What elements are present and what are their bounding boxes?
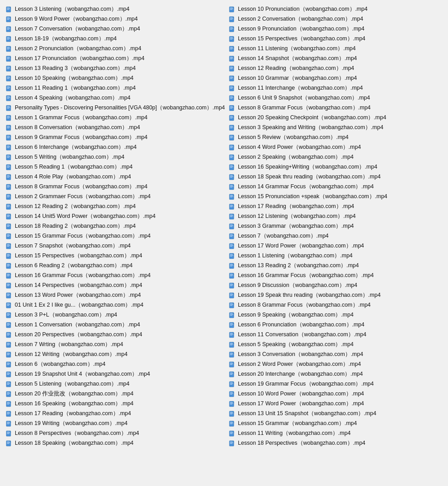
list-item[interactable]: Lesson 17 Reading（wobangzhao.com）.mp4 — [4, 409, 227, 418]
file-name: Lesson 12 Reading（wobangzhao.com）.mp4 — [238, 65, 354, 72]
list-item[interactable]: Lesson 3 Conversation（wobangzhao.com）.mp… — [227, 350, 444, 359]
list-item[interactable]: Lesson 11 Writing（wobangzhao.com）.mp4 — [227, 429, 444, 438]
list-item[interactable]: Lesson 3 Listening（wobangzhao.com）.mp4 — [4, 4, 227, 14]
list-item[interactable]: Lesson 4 Speaking（wobangzhao.com）.mp4 — [4, 93, 227, 103]
list-item[interactable]: Lesson 5 Writing（wobangzhao.com）.mp4 — [4, 152, 227, 162]
list-item[interactable]: Lesson 2 Word Power（wobangzhao.com）.mp4 — [227, 360, 444, 369]
list-item[interactable]: Lesson 12 Reading 2（wobangzhao.com）.mp4 — [4, 202, 227, 211]
list-item[interactable]: Lesson 9 Discussion（wobangzhao.com）.mp4 — [227, 281, 444, 290]
list-item[interactable]: Lesson 8 Conversation（wobangzhao.com）.mp… — [4, 123, 227, 132]
list-item[interactable]: Lesson 19 Writing（wobangzhao.com）.mp4 — [4, 419, 227, 428]
list-item[interactable]: Lesson 16 Grammar Focus（wobangzhao.com）.… — [227, 271, 444, 280]
list-item[interactable]: Lesson 17 Word Power（wobangzhao.com）.mp4 — [227, 399, 444, 408]
list-item[interactable]: Lesson 10 Grammar（wobangzhao.com）.mp4 — [227, 74, 444, 83]
list-item[interactable]: Lesson 7（wobangzhao.com）.mp4 — [227, 231, 444, 241]
list-item[interactable]: Lesson 3 Grammar（wobangzhao.com）.mp4 — [227, 221, 444, 231]
list-item[interactable]: Lesson 1 Conversation（wobangzhao.com）.mp… — [4, 320, 227, 330]
list-item[interactable]: Lesson 18-19（wobangzhao.com）.mp4 — [4, 34, 227, 43]
list-item[interactable]: Lesson 4 Word Power（wobangzhao.com）.mp4 — [227, 143, 444, 152]
list-item[interactable]: Lesson 20 作业批改（wobangzhao.com）.mp4 — [4, 389, 227, 399]
list-item[interactable]: Lesson 16 Grammar Focus（wobangzhao.com）.… — [4, 271, 227, 280]
list-item[interactable]: Lesson 1 Grammar Focus（wobangzhao.com）.m… — [4, 113, 227, 122]
list-item[interactable]: Lesson 13 Unit 15 Snapshot（wobangzhao.co… — [227, 409, 444, 418]
list-item[interactable]: Lesson 11 Reading 1（wobangzhao.com）.mp4 — [4, 83, 227, 93]
svg-rect-283 — [230, 118, 233, 118]
list-item[interactable]: Lesson 9 Word Power（wobangzhao.com）.mp4 — [4, 14, 227, 24]
list-item[interactable]: Lesson 15 Pronunciation +speak（wobangzha… — [227, 192, 444, 201]
list-item[interactable]: Lesson 15 Grammar Focus（wobangzhao.com）.… — [4, 231, 227, 241]
list-item[interactable]: Lesson 8 Perspectives（wobangzhao.com）.mp… — [4, 429, 227, 438]
list-item[interactable]: Lesson 20 Speaking Checkpoint（wobangzhao… — [227, 113, 444, 122]
list-item[interactable]: Lesson 2 Speaking（wobangzhao.com）.mp4 — [227, 152, 444, 162]
list-item[interactable]: Lesson 17 Word Power（wobangzhao.com）.mp4 — [227, 241, 444, 251]
list-item[interactable]: Lesson 2 Pronunciation（wobangzhao.com）.m… — [4, 44, 227, 53]
list-item[interactable]: Lesson 13 Reading 3（wobangzhao.com）.mp4 — [4, 64, 227, 73]
list-item[interactable]: Lesson 8 Grammar Focus（wobangzhao.com）.m… — [227, 103, 444, 113]
svg-rect-141 — [7, 284, 10, 284]
svg-rect-376 — [230, 304, 233, 304]
list-item[interactable]: Lesson 20 Interchange（wobangzhao.com）.mp… — [227, 369, 444, 379]
list-item[interactable]: Lesson 6 Unit 9 Snapshot（wobangzhao.com）… — [227, 93, 444, 103]
file-name: Lesson 15 Grammar（wobangzhao.com）.mp4 — [238, 420, 357, 427]
list-item[interactable]: Lesson 3 Speaking and Writing（wobangzhao… — [227, 123, 444, 132]
svg-rect-81 — [7, 165, 10, 166]
list-item[interactable]: Lesson 2 Conversation（wobangzhao.com）.mp… — [227, 14, 444, 24]
list-item[interactable]: Lesson 6 Interchange（wobangzhao.com）.mp4 — [4, 143, 227, 152]
list-item[interactable]: Lesson 17 Pronunciation（wobangzhao.com）.… — [4, 54, 227, 63]
list-item[interactable]: Lesson 10 Word Power（wobangzhao.com）.mp4 — [227, 389, 444, 399]
list-item[interactable]: Lesson 5 Speaking（wobangzhao.com）.mp4 — [227, 340, 444, 349]
list-item[interactable]: Lesson 12 Reading（wobangzhao.com）.mp4 — [227, 64, 444, 73]
list-item[interactable]: Lesson 18 Speak thru reading（wobangzhao.… — [227, 172, 444, 182]
list-item[interactable]: Lesson 19 Snapshot Unit 4（wobangzhao.com… — [4, 369, 227, 379]
list-item[interactable]: Lesson 1 Listening（wobangzhao.com）.mp4 — [227, 251, 444, 260]
list-item[interactable]: Lesson 4 Role Play（wobangzhao.com）.mp4 — [4, 172, 227, 182]
list-item[interactable]: Lesson 8 Grammar Focus（wobangzhao.com）.m… — [227, 300, 444, 310]
list-item[interactable]: Lesson 19 Grammar Focus（wobangzhao.com）.… — [227, 379, 444, 389]
list-item[interactable]: Lesson 10 Pronunciation（wobangzhao.com）.… — [227, 4, 444, 14]
list-item[interactable]: Lesson 5 Reading 1（wobangzhao.com）.mp4 — [4, 162, 227, 172]
list-item[interactable]: Lesson 15 Perspectives（wobangzhao.com）.m… — [227, 34, 444, 43]
list-item[interactable]: Lesson 15 Perspectives（wobangzhao.com）.m… — [4, 251, 227, 260]
list-item[interactable]: Lesson 15 Grammar（wobangzhao.com）.mp4 — [227, 419, 444, 428]
list-item[interactable]: Lesson 5 Listening（wobangzhao.com）.mp4 — [4, 379, 227, 389]
list-item[interactable]: Lesson 13 Reading 2（wobangzhao.com）.mp4 — [227, 261, 444, 270]
list-item[interactable]: Lesson 17 Reading（wobangzhao.com）.mp4 — [227, 202, 444, 211]
list-item[interactable]: Lesson 16 Speaking+Writing（wobangzhao.co… — [227, 162, 444, 172]
list-item[interactable]: Lesson 6 Pronunciation（wobangzhao.com）.m… — [227, 320, 444, 330]
list-item[interactable]: Lesson 14 Unit5 Word Power（wobangzhao.co… — [4, 212, 227, 221]
svg-rect-203 — [7, 404, 9, 404]
list-item[interactable]: Lesson 18 Speaking（wobangzhao.com）.mp4 — [4, 438, 227, 448]
list-item[interactable]: Lesson 9 Grammar Focus（wobangzhao.com）.m… — [4, 133, 227, 142]
svg-rect-421 — [230, 392, 233, 393]
list-item[interactable]: Lesson 5 Review（wobangzhao.com）.mp4 — [227, 133, 444, 142]
list-item[interactable]: Personality Types - Discovering Personal… — [4, 103, 227, 113]
list-item[interactable]: Lesson 20 Perspectives（wobangzhao.com）.m… — [4, 330, 227, 339]
list-item[interactable]: Lesson 6（wobangzhao.com）.mp4 — [4, 360, 227, 369]
list-item[interactable]: Lesson 12 Listening（wobangzhao.com）.mp4 — [227, 212, 444, 221]
list-item[interactable]: Lesson 19 Speak thru reading（wobangzhao.… — [227, 291, 444, 300]
list-item[interactable]: 01 Unit 1 Ex 2 I like gu...（wobangzhao.c… — [4, 300, 227, 310]
list-item[interactable]: Lesson 18 Perspectives（wobangzhao.com）.m… — [227, 438, 444, 448]
list-item[interactable]: Lesson 16 Speaking（wobangzhao.com）.mp4 — [4, 399, 227, 408]
list-item[interactable]: Lesson 2 Grammaer Focus（wobangzhao.com）.… — [4, 192, 227, 201]
list-item[interactable]: Lesson 13 Word Power（wobangzhao.com）.mp4 — [4, 291, 227, 300]
list-item[interactable]: Lesson 6 Reading 2（wobangzhao.com）.mp4 — [4, 261, 227, 270]
list-item[interactable]: Lesson 18 Reading 2（wobangzhao.com）.mp4 — [4, 221, 227, 231]
list-item[interactable]: Lesson 7 Snapshot（wobangzhao.com）.mp4 — [4, 241, 227, 251]
list-item[interactable]: Lesson 14 Snapshot（wobangzhao.com）.mp4 — [227, 54, 444, 63]
svg-rect-328 — [230, 207, 233, 207]
list-item[interactable]: Lesson 7 Wrting（wobangzhao.com）.mp4 — [4, 340, 227, 349]
list-item[interactable]: Lesson 11 Interchange（wobangzhao.com）.mp… — [227, 83, 444, 93]
list-item[interactable]: Lesson 14 Grammar Focus（wobangzhao.com）.… — [227, 182, 444, 191]
list-item[interactable]: Lesson 11 Conversation（wobangzhao.com）.m… — [227, 330, 444, 339]
list-item[interactable]: Lesson 11 Listening（wobangzhao.com）.mp4 — [227, 44, 444, 53]
list-item[interactable]: Lesson 7 Conversation（wobangzhao.com）.mp… — [4, 24, 227, 34]
file-icon — [5, 154, 13, 161]
list-item[interactable]: Lesson 12 Writing（wobangzhao.com）.mp4 — [4, 350, 227, 359]
list-item[interactable]: Lesson 10 Speaking（wobangzhao.com）.mp4 — [4, 74, 227, 83]
list-item[interactable]: Lesson 9 Pronunciation（wobangzhao.com）.m… — [227, 24, 444, 34]
list-item[interactable]: Lesson 14 Perspectives（wobangzhao.com）.m… — [4, 281, 227, 290]
list-item[interactable]: Lesson 9 Speaking（wobangzhao.com）.mp4 — [227, 310, 444, 320]
list-item[interactable]: Lesson 8 Grammar Focus（wobangzhao.com）.m… — [4, 182, 227, 191]
list-item[interactable]: Lesson 3 P+L（wobangzhao.com）.mp4 — [4, 310, 227, 320]
